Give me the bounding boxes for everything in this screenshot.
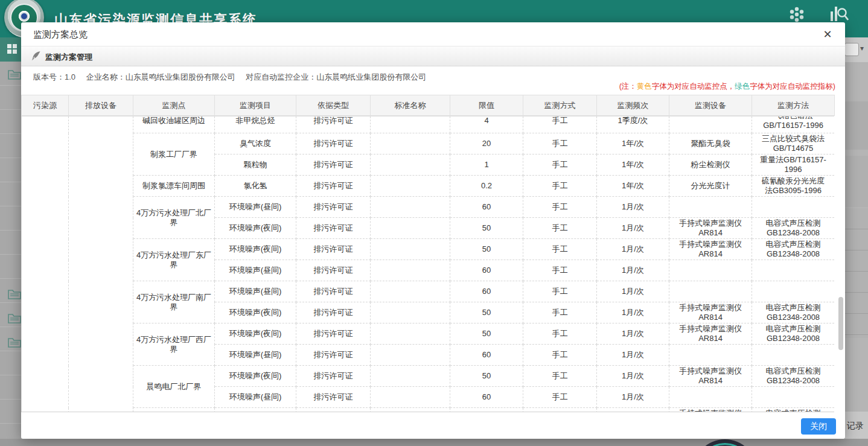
auto-company-value: 山东晨鸣纸业集团股份有限公司 bbox=[316, 72, 426, 81]
table-cell: 1年/次 bbox=[597, 155, 669, 176]
column-header: 排放设备 bbox=[69, 95, 133, 116]
table-cell bbox=[752, 197, 835, 218]
table-cell: 1月/次 bbox=[597, 387, 669, 408]
query-stats-icon[interactable] bbox=[829, 5, 849, 22]
table-cell: 环境噪声(昼间) bbox=[215, 387, 296, 408]
table-scroll-area[interactable]: 碱回收油罐区周边非甲烷总烃排污许可证4手工1季度/次气相色谱法GB/T16157… bbox=[21, 116, 834, 412]
section-bar: 监测方案管理 bbox=[21, 46, 845, 66]
table-cell: 手工 bbox=[523, 116, 597, 133]
table-cell: 电容式声压检测GB12348-2008 bbox=[752, 366, 835, 387]
table-cell: 环境噪声(夜间) bbox=[215, 366, 296, 387]
close-icon[interactable]: ✕ bbox=[821, 28, 834, 41]
table-cell: 1月/次 bbox=[597, 345, 669, 366]
monitoring-plan-modal: 监测方案总览 ✕ 监测方案管理 版本号：1.0 企业名称：山东晨鸣纸业集团股份有… bbox=[21, 22, 845, 439]
modal-title: 监测方案总览 bbox=[33, 29, 88, 40]
table-cell bbox=[752, 281, 835, 302]
table-cell: 排污许可证 bbox=[296, 155, 371, 176]
close-button[interactable]: 关闭 bbox=[801, 418, 836, 435]
auto-company-label: 对应自动监控企业： bbox=[246, 72, 316, 81]
column-header: 限值 bbox=[450, 95, 523, 116]
table-cell: 环境噪声(昼间) bbox=[215, 345, 296, 366]
column-header: 监测点 bbox=[133, 95, 215, 116]
chevron-down-icon[interactable]: ▾ bbox=[860, 44, 864, 53]
table-cell: 1月/次 bbox=[597, 281, 669, 302]
table-header-row: 污染源排放设备监测点监测项目依据类型标准名称限值监测方式监测频次监测设备监测方法 bbox=[22, 95, 835, 116]
version-value: 1.0 bbox=[65, 72, 75, 81]
table-cell bbox=[371, 387, 450, 408]
table-cell: 手工 bbox=[523, 218, 597, 239]
dashboard-grid-icon bbox=[7, 44, 17, 54]
background-dropdown[interactable] bbox=[844, 43, 859, 56]
table-cell: 1年/次 bbox=[597, 133, 669, 155]
table-cell: 颗粒物 bbox=[215, 155, 296, 176]
table-cell: 1月/次 bbox=[597, 218, 669, 239]
table-cell bbox=[752, 387, 835, 408]
table-cell: 电容式声压检测GB12348-2008 bbox=[752, 218, 835, 239]
table-row: 制浆氯漂车间周围氯化氢排污许可证0.2手工1年/次分光光度计硫氰酸汞分光光度法G… bbox=[22, 176, 835, 197]
scrollbar-thumb[interactable] bbox=[838, 297, 843, 350]
folder-icon[interactable] bbox=[8, 337, 21, 348]
modal-footer: 关闭 bbox=[21, 412, 845, 439]
table-cell bbox=[371, 155, 450, 176]
table-cell: 环境噪声(夜间) bbox=[215, 323, 296, 345]
folder-icon[interactable] bbox=[8, 69, 21, 80]
sidebar bbox=[0, 37, 21, 439]
table-cell: 硫氰酸汞分光光度法GB3095-1996 bbox=[752, 176, 835, 197]
table-cell: 排污许可证 bbox=[296, 345, 371, 366]
table-cell: 排污许可证 bbox=[296, 197, 371, 218]
table-cell bbox=[752, 260, 835, 281]
table-cell: 50 bbox=[450, 323, 523, 345]
table-cell: 4万方污水处理厂东厂界 bbox=[133, 239, 215, 281]
table-cell: 重量法GB/T16157-1996 bbox=[752, 155, 835, 176]
table-cell bbox=[371, 116, 450, 133]
column-header: 监测频次 bbox=[597, 95, 669, 116]
table-body: 碱回收油罐区周边非甲烷总烃排污许可证4手工1季度/次气相色谱法GB/T16157… bbox=[22, 116, 835, 412]
table-cell: 60 bbox=[450, 260, 523, 281]
table-cell bbox=[22, 116, 69, 412]
table-cell bbox=[752, 345, 835, 366]
apps-dots-icon[interactable] bbox=[788, 6, 806, 23]
table-cell: 氯化氢 bbox=[215, 176, 296, 197]
table-cell: 气相色谱法GB/T16157-1996 bbox=[752, 116, 835, 133]
folder-icon[interactable] bbox=[8, 313, 21, 323]
table-cell: 臭气浓度 bbox=[215, 133, 296, 155]
table-cell: 1季度/次 bbox=[597, 116, 669, 133]
quill-pen-icon bbox=[31, 51, 41, 61]
company-label: 企业名称： bbox=[86, 72, 126, 81]
column-header: 监测方法 bbox=[752, 95, 835, 116]
table-cell: 制浆氯漂车间周围 bbox=[133, 176, 215, 197]
info-row: 版本号：1.0 企业名称：山东晨鸣纸业集团股份有限公司 对应自动监控企业：山东晨… bbox=[21, 66, 845, 94]
background-block bbox=[845, 101, 868, 150]
table-cell: 环境噪声(夜间) bbox=[215, 302, 296, 323]
table-header: 污染源排放设备监测点监测项目依据类型标准名称限值监测方式监测频次监测设备监测方法 bbox=[21, 95, 834, 116]
column-header: 监测设备 bbox=[669, 95, 752, 116]
column-header: 标准名称 bbox=[371, 95, 450, 116]
table-cell: 环境噪声(夜间) bbox=[215, 218, 296, 239]
table-cell: 手工 bbox=[523, 197, 597, 218]
table-cell bbox=[371, 323, 450, 345]
table-cell bbox=[669, 345, 752, 366]
table-cell: 4万方污水处理厂西厂界 bbox=[133, 323, 215, 366]
table-cell: 排污许可证 bbox=[296, 133, 371, 155]
table-cell bbox=[371, 281, 450, 302]
table-cell: 手工 bbox=[523, 387, 597, 408]
table-cell: 4 bbox=[450, 116, 523, 133]
record-count-label: 记录 bbox=[847, 421, 864, 432]
table-cell bbox=[371, 239, 450, 260]
folder-icon[interactable] bbox=[8, 288, 21, 299]
table-row: 制浆工厂厂界臭气浓度排污许可证20手工1年/次聚酯无臭袋三点比较式臭袋法GB/T… bbox=[22, 133, 835, 155]
plan-info: 版本号：1.0 企业名称：山东晨鸣纸业集团股份有限公司 对应自动监控企业：山东晨… bbox=[33, 72, 426, 83]
table-cell: 60 bbox=[450, 387, 523, 408]
table-row: 4万方污水处理厂南厂界环境噪声(昼间)排污许可证60手工1月/次 bbox=[22, 281, 835, 302]
column-header: 监测项目 bbox=[215, 95, 296, 116]
table-cell: 环境噪声(夜间) bbox=[215, 239, 296, 260]
table-cell bbox=[371, 176, 450, 197]
table-cell: 50 bbox=[450, 218, 523, 239]
table-cell: 1月/次 bbox=[597, 239, 669, 260]
table-row: 4万方污水处理厂北厂界环境噪声(昼间)排污许可证60手工1月/次 bbox=[22, 197, 835, 218]
table-cell: 1月/次 bbox=[597, 323, 669, 345]
table-cell: 电容式声压检测GB12348-2008 bbox=[752, 323, 835, 345]
table-row: 4万方污水处理厂西厂界环境噪声(夜间)排污许可证50手工1月/次手持式噪声监测仪… bbox=[22, 323, 835, 345]
background-table-rows bbox=[845, 208, 868, 338]
table-cell: 排污许可证 bbox=[296, 239, 371, 260]
